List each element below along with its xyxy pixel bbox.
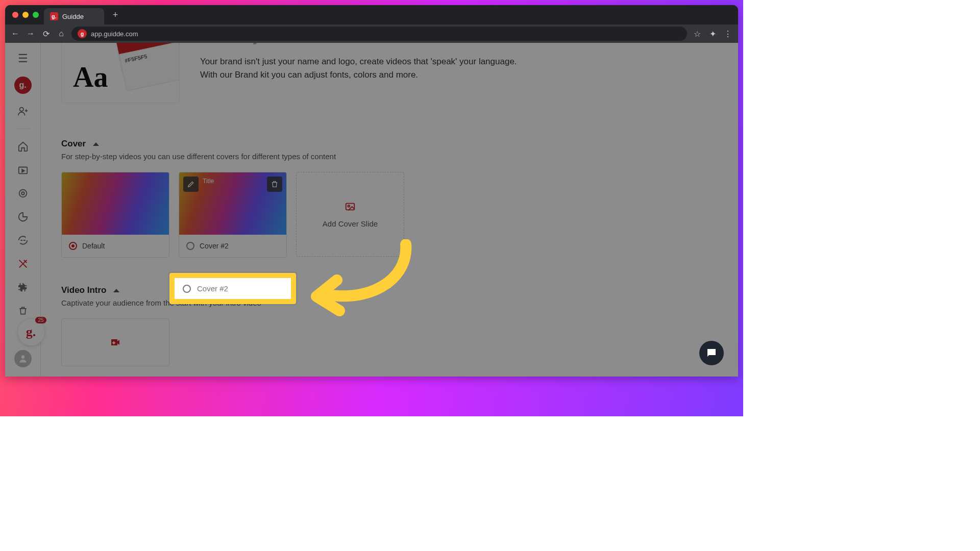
main-content: #F5F5F5 Aa Ensure your videos are on-bra… bbox=[41, 43, 738, 377]
window-controls[interactable] bbox=[12, 12, 39, 18]
spaces-icon[interactable] bbox=[17, 187, 29, 199]
intercom-chat-button[interactable] bbox=[699, 341, 724, 365]
integrations-icon[interactable] bbox=[17, 281, 29, 293]
cover-label: Default bbox=[82, 242, 105, 250]
user-avatar[interactable] bbox=[14, 350, 32, 367]
tab-title: Guidde bbox=[62, 13, 84, 20]
rail-separator bbox=[15, 129, 31, 129]
reload-button[interactable]: ⟳ bbox=[41, 29, 51, 39]
trash-icon[interactable] bbox=[17, 305, 29, 317]
back-button[interactable]: ← bbox=[10, 29, 20, 38]
cover-thumb-title: Title bbox=[203, 178, 214, 185]
home-icon[interactable] bbox=[17, 140, 29, 153]
brand-kit-icon[interactable] bbox=[17, 258, 29, 270]
site-identity-icon: g bbox=[78, 29, 87, 38]
svg-point-6 bbox=[348, 205, 350, 207]
badge-logo-icon: g. bbox=[26, 324, 36, 340]
bookmark-icon[interactable]: ☆ bbox=[692, 29, 702, 39]
activity-icon[interactable] bbox=[17, 234, 29, 246]
swatch-code: #F5F5F5 bbox=[124, 53, 148, 64]
image-icon bbox=[345, 201, 356, 212]
browser-window: g. Guidde + ← → ⟳ ⌂ g app.guidde.com ☆ ✦… bbox=[5, 5, 738, 377]
highlight-callout: Cover #2 bbox=[169, 273, 296, 304]
cover-subtitle: For step-by-step videos you can use diff… bbox=[61, 152, 718, 161]
address-bar[interactable]: g app.guidde.com bbox=[71, 27, 687, 41]
app-surface: ☰ g. bbox=[5, 43, 738, 377]
page-title: Ensure your videos are on-brand. bbox=[200, 43, 517, 45]
collapse-icon[interactable] bbox=[93, 142, 99, 146]
brand-preview-card: #F5F5F5 Aa bbox=[61, 43, 180, 103]
forward-button[interactable]: → bbox=[26, 29, 36, 38]
add-cover-label: Add Cover Slide bbox=[323, 219, 378, 228]
insights-icon[interactable] bbox=[17, 211, 29, 223]
browser-tab-bar: g. Guidde + bbox=[5, 5, 738, 24]
cover-footer[interactable]: Default bbox=[62, 235, 169, 257]
hero-line2: With our Brand kit you can adjust fonts,… bbox=[200, 70, 418, 80]
video-add-icon bbox=[109, 336, 121, 348]
browser-tab[interactable]: g. Guidde bbox=[44, 8, 104, 24]
home-button[interactable]: ⌂ bbox=[56, 29, 66, 38]
hero-line1: Your brand isn't just your name and logo… bbox=[200, 57, 517, 66]
left-rail: ☰ g. bbox=[5, 43, 41, 377]
maximize-window-icon[interactable] bbox=[33, 12, 39, 18]
delete-cover-icon[interactable] bbox=[267, 177, 282, 192]
annotation-arrow-icon bbox=[306, 239, 413, 321]
videos-icon[interactable] bbox=[17, 164, 29, 176]
svg-point-4 bbox=[21, 355, 24, 359]
cover-label: Cover #2 bbox=[200, 242, 229, 250]
cover-thumb: Title bbox=[179, 172, 286, 235]
svg-point-2 bbox=[19, 190, 27, 197]
url-text: app.guidde.com bbox=[91, 30, 138, 38]
hero-text: Ensure your videos are on-brand. Your br… bbox=[200, 43, 517, 82]
new-tab-button[interactable]: + bbox=[108, 8, 122, 22]
favicon-icon: g. bbox=[50, 12, 58, 20]
invite-user-icon[interactable] bbox=[17, 105, 29, 117]
browser-toolbar: ← → ⟳ ⌂ g app.guidde.com ☆ ✦ ⋮ bbox=[5, 24, 738, 43]
hamburger-icon[interactable]: ☰ bbox=[18, 52, 28, 65]
collapse-icon[interactable] bbox=[113, 289, 119, 292]
cover-title: Cover bbox=[61, 139, 86, 149]
cover-card-2[interactable]: Title Cover #2 bbox=[179, 172, 287, 258]
svg-point-3 bbox=[21, 192, 24, 195]
chat-icon bbox=[705, 347, 718, 359]
font-sample: Aa bbox=[73, 61, 108, 93]
extensions-icon[interactable]: ✦ bbox=[707, 29, 718, 39]
cover-footer[interactable]: Cover #2 bbox=[179, 235, 286, 257]
intro-title: Video Intro bbox=[61, 285, 106, 295]
add-intro-video-button[interactable] bbox=[61, 318, 169, 366]
edit-cover-icon[interactable] bbox=[183, 177, 199, 192]
radio-selected-icon[interactable] bbox=[69, 242, 77, 250]
app-logo-icon[interactable]: g. bbox=[14, 77, 32, 94]
svg-rect-8 bbox=[112, 342, 115, 343]
cover-card-default[interactable]: Default bbox=[61, 172, 169, 258]
minimize-window-icon[interactable] bbox=[22, 12, 29, 18]
cover-thumb bbox=[62, 172, 169, 235]
svg-point-0 bbox=[19, 108, 23, 111]
close-window-icon[interactable] bbox=[12, 12, 18, 18]
menu-icon[interactable]: ⋮ bbox=[723, 29, 733, 39]
radio-unselected-icon[interactable] bbox=[186, 242, 194, 250]
radio-unselected-icon[interactable] bbox=[183, 285, 191, 293]
hero-section: #F5F5F5 Aa Ensure your videos are on-bra… bbox=[61, 43, 718, 103]
highlight-label: Cover #2 bbox=[197, 284, 228, 293]
